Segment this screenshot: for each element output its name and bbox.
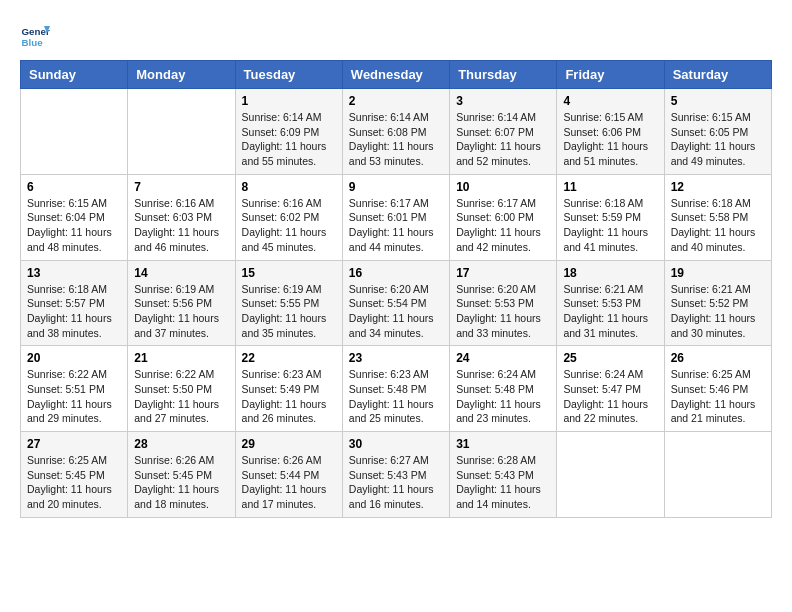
calendar-cell: 29Sunrise: 6:26 AM Sunset: 5:44 PM Dayli… <box>235 432 342 518</box>
day-number: 24 <box>456 351 550 365</box>
day-info: Sunrise: 6:15 AM Sunset: 6:04 PM Dayligh… <box>27 196 121 255</box>
calendar-week-row: 6Sunrise: 6:15 AM Sunset: 6:04 PM Daylig… <box>21 174 772 260</box>
day-info: Sunrise: 6:14 AM Sunset: 6:09 PM Dayligh… <box>242 110 336 169</box>
day-info: Sunrise: 6:23 AM Sunset: 5:48 PM Dayligh… <box>349 367 443 426</box>
day-number: 31 <box>456 437 550 451</box>
day-info: Sunrise: 6:26 AM Sunset: 5:44 PM Dayligh… <box>242 453 336 512</box>
day-info: Sunrise: 6:22 AM Sunset: 5:51 PM Dayligh… <box>27 367 121 426</box>
day-number: 21 <box>134 351 228 365</box>
calendar-header-row: SundayMondayTuesdayWednesdayThursdayFrid… <box>21 61 772 89</box>
page-header: General Blue <box>20 20 772 50</box>
calendar-cell: 13Sunrise: 6:18 AM Sunset: 5:57 PM Dayli… <box>21 260 128 346</box>
weekday-header-wednesday: Wednesday <box>342 61 449 89</box>
calendar-cell: 12Sunrise: 6:18 AM Sunset: 5:58 PM Dayli… <box>664 174 771 260</box>
day-number: 2 <box>349 94 443 108</box>
calendar-cell: 7Sunrise: 6:16 AM Sunset: 6:03 PM Daylig… <box>128 174 235 260</box>
calendar-week-row: 1Sunrise: 6:14 AM Sunset: 6:09 PM Daylig… <box>21 89 772 175</box>
calendar-cell: 15Sunrise: 6:19 AM Sunset: 5:55 PM Dayli… <box>235 260 342 346</box>
day-number: 10 <box>456 180 550 194</box>
calendar-cell: 10Sunrise: 6:17 AM Sunset: 6:00 PM Dayli… <box>450 174 557 260</box>
calendar-cell: 30Sunrise: 6:27 AM Sunset: 5:43 PM Dayli… <box>342 432 449 518</box>
day-number: 13 <box>27 266 121 280</box>
day-info: Sunrise: 6:20 AM Sunset: 5:54 PM Dayligh… <box>349 282 443 341</box>
day-number: 20 <box>27 351 121 365</box>
day-info: Sunrise: 6:14 AM Sunset: 6:08 PM Dayligh… <box>349 110 443 169</box>
day-info: Sunrise: 6:26 AM Sunset: 5:45 PM Dayligh… <box>134 453 228 512</box>
logo: General Blue <box>20 20 55 50</box>
calendar-cell: 24Sunrise: 6:24 AM Sunset: 5:48 PM Dayli… <box>450 346 557 432</box>
calendar-cell: 16Sunrise: 6:20 AM Sunset: 5:54 PM Dayli… <box>342 260 449 346</box>
calendar-cell: 28Sunrise: 6:26 AM Sunset: 5:45 PM Dayli… <box>128 432 235 518</box>
calendar-cell: 17Sunrise: 6:20 AM Sunset: 5:53 PM Dayli… <box>450 260 557 346</box>
weekday-header-tuesday: Tuesday <box>235 61 342 89</box>
calendar-week-row: 27Sunrise: 6:25 AM Sunset: 5:45 PM Dayli… <box>21 432 772 518</box>
day-number: 27 <box>27 437 121 451</box>
day-number: 16 <box>349 266 443 280</box>
day-info: Sunrise: 6:24 AM Sunset: 5:47 PM Dayligh… <box>563 367 657 426</box>
day-info: Sunrise: 6:28 AM Sunset: 5:43 PM Dayligh… <box>456 453 550 512</box>
day-info: Sunrise: 6:18 AM Sunset: 5:59 PM Dayligh… <box>563 196 657 255</box>
day-number: 7 <box>134 180 228 194</box>
day-info: Sunrise: 6:25 AM Sunset: 5:45 PM Dayligh… <box>27 453 121 512</box>
calendar-cell <box>128 89 235 175</box>
calendar-cell: 23Sunrise: 6:23 AM Sunset: 5:48 PM Dayli… <box>342 346 449 432</box>
calendar-cell: 25Sunrise: 6:24 AM Sunset: 5:47 PM Dayli… <box>557 346 664 432</box>
day-number: 29 <box>242 437 336 451</box>
day-info: Sunrise: 6:17 AM Sunset: 6:01 PM Dayligh… <box>349 196 443 255</box>
calendar-cell: 2Sunrise: 6:14 AM Sunset: 6:08 PM Daylig… <box>342 89 449 175</box>
calendar-table: SundayMondayTuesdayWednesdayThursdayFrid… <box>20 60 772 518</box>
calendar-cell: 1Sunrise: 6:14 AM Sunset: 6:09 PM Daylig… <box>235 89 342 175</box>
day-info: Sunrise: 6:18 AM Sunset: 5:57 PM Dayligh… <box>27 282 121 341</box>
day-number: 14 <box>134 266 228 280</box>
day-number: 30 <box>349 437 443 451</box>
calendar-cell <box>664 432 771 518</box>
day-number: 1 <box>242 94 336 108</box>
day-number: 18 <box>563 266 657 280</box>
calendar-cell: 22Sunrise: 6:23 AM Sunset: 5:49 PM Dayli… <box>235 346 342 432</box>
weekday-header-friday: Friday <box>557 61 664 89</box>
day-number: 5 <box>671 94 765 108</box>
day-number: 8 <box>242 180 336 194</box>
calendar-cell: 18Sunrise: 6:21 AM Sunset: 5:53 PM Dayli… <box>557 260 664 346</box>
calendar-cell: 14Sunrise: 6:19 AM Sunset: 5:56 PM Dayli… <box>128 260 235 346</box>
day-number: 9 <box>349 180 443 194</box>
day-number: 11 <box>563 180 657 194</box>
day-info: Sunrise: 6:19 AM Sunset: 5:55 PM Dayligh… <box>242 282 336 341</box>
day-info: Sunrise: 6:21 AM Sunset: 5:53 PM Dayligh… <box>563 282 657 341</box>
calendar-cell: 31Sunrise: 6:28 AM Sunset: 5:43 PM Dayli… <box>450 432 557 518</box>
day-info: Sunrise: 6:16 AM Sunset: 6:02 PM Dayligh… <box>242 196 336 255</box>
weekday-header-monday: Monday <box>128 61 235 89</box>
weekday-header-thursday: Thursday <box>450 61 557 89</box>
day-info: Sunrise: 6:19 AM Sunset: 5:56 PM Dayligh… <box>134 282 228 341</box>
day-info: Sunrise: 6:22 AM Sunset: 5:50 PM Dayligh… <box>134 367 228 426</box>
calendar-cell: 20Sunrise: 6:22 AM Sunset: 5:51 PM Dayli… <box>21 346 128 432</box>
day-number: 17 <box>456 266 550 280</box>
day-number: 3 <box>456 94 550 108</box>
day-info: Sunrise: 6:15 AM Sunset: 6:05 PM Dayligh… <box>671 110 765 169</box>
svg-text:Blue: Blue <box>22 37 44 48</box>
logo-icon: General Blue <box>20 20 50 50</box>
calendar-cell <box>557 432 664 518</box>
day-number: 22 <box>242 351 336 365</box>
calendar-cell: 26Sunrise: 6:25 AM Sunset: 5:46 PM Dayli… <box>664 346 771 432</box>
calendar-week-row: 13Sunrise: 6:18 AM Sunset: 5:57 PM Dayli… <box>21 260 772 346</box>
day-info: Sunrise: 6:17 AM Sunset: 6:00 PM Dayligh… <box>456 196 550 255</box>
day-info: Sunrise: 6:15 AM Sunset: 6:06 PM Dayligh… <box>563 110 657 169</box>
calendar-cell: 19Sunrise: 6:21 AM Sunset: 5:52 PM Dayli… <box>664 260 771 346</box>
day-info: Sunrise: 6:18 AM Sunset: 5:58 PM Dayligh… <box>671 196 765 255</box>
day-info: Sunrise: 6:20 AM Sunset: 5:53 PM Dayligh… <box>456 282 550 341</box>
calendar-cell: 3Sunrise: 6:14 AM Sunset: 6:07 PM Daylig… <box>450 89 557 175</box>
calendar-cell: 9Sunrise: 6:17 AM Sunset: 6:01 PM Daylig… <box>342 174 449 260</box>
day-number: 26 <box>671 351 765 365</box>
calendar-cell: 11Sunrise: 6:18 AM Sunset: 5:59 PM Dayli… <box>557 174 664 260</box>
day-info: Sunrise: 6:14 AM Sunset: 6:07 PM Dayligh… <box>456 110 550 169</box>
calendar-week-row: 20Sunrise: 6:22 AM Sunset: 5:51 PM Dayli… <box>21 346 772 432</box>
day-info: Sunrise: 6:24 AM Sunset: 5:48 PM Dayligh… <box>456 367 550 426</box>
day-info: Sunrise: 6:25 AM Sunset: 5:46 PM Dayligh… <box>671 367 765 426</box>
day-info: Sunrise: 6:23 AM Sunset: 5:49 PM Dayligh… <box>242 367 336 426</box>
calendar-cell: 6Sunrise: 6:15 AM Sunset: 6:04 PM Daylig… <box>21 174 128 260</box>
day-info: Sunrise: 6:27 AM Sunset: 5:43 PM Dayligh… <box>349 453 443 512</box>
day-number: 19 <box>671 266 765 280</box>
day-number: 12 <box>671 180 765 194</box>
day-info: Sunrise: 6:21 AM Sunset: 5:52 PM Dayligh… <box>671 282 765 341</box>
